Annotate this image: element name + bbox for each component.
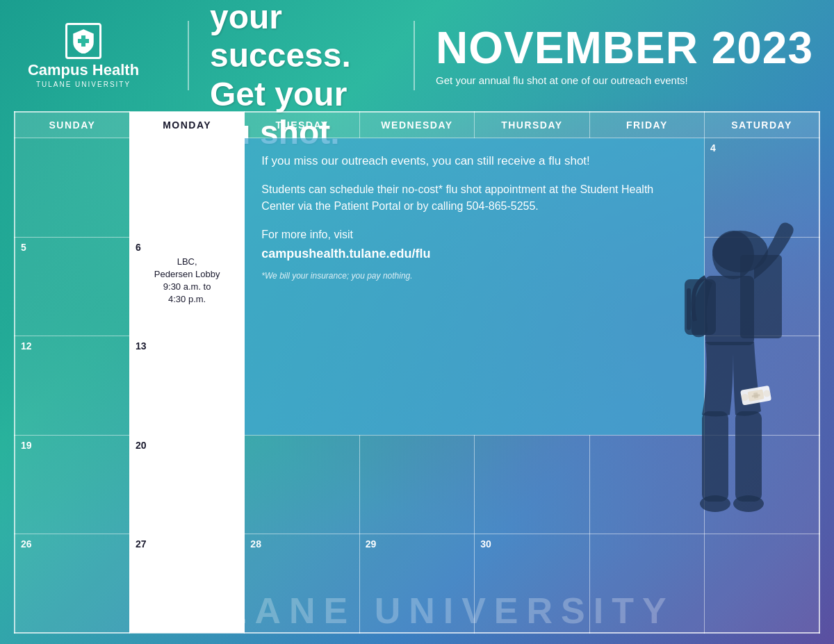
day-12: 12 <box>15 336 129 436</box>
col-monday: MONDAY <box>129 112 244 138</box>
day-13: 13 <box>129 336 244 436</box>
svg-point-8 <box>700 495 730 512</box>
day-21 <box>245 435 359 534</box>
col-wednesday: WEDNESDAY <box>359 112 474 138</box>
day-28: 28 <box>245 534 359 634</box>
day-22 <box>359 435 474 534</box>
col-friday: FRIDAY <box>589 112 704 138</box>
event-location: LBC,Pedersen Lobby9:30 a.m. to4:30 p.m. <box>136 256 238 306</box>
info-line1: If you miss our outreach events, you can… <box>261 152 687 170</box>
svg-rect-1 <box>78 39 89 43</box>
day-27: 27 <box>129 534 244 634</box>
col-sunday: SUNDAY <box>15 112 129 138</box>
svg-rect-6 <box>702 411 728 502</box>
svg-rect-7 <box>735 411 762 502</box>
col-thursday: THURSDAY <box>475 112 589 138</box>
day-empty-1 <box>15 138 129 238</box>
day-19: 19 <box>15 435 129 534</box>
info-disclaimer: *We bill your insurance; you pay nothing… <box>261 271 412 281</box>
logo-name: Campus Health <box>28 62 139 79</box>
svg-rect-11 <box>687 288 691 330</box>
header-month: NOVEMBER 2023 Get your annual flu shot a… <box>436 26 813 86</box>
day-29: 29 <box>359 534 474 634</box>
figure-silhouette <box>632 213 813 644</box>
day-30: 30 <box>475 534 589 634</box>
logo-area: Campus Health TULANE UNIVERSITY <box>14 23 167 88</box>
info-line2: Students can schedule their no-cost* flu… <box>261 181 687 216</box>
header-left-divider <box>188 21 189 90</box>
university-name: TULANE UNIVERSITY <box>36 81 131 88</box>
header: Campus Health TULANE UNIVERSITY Protect … <box>0 0 834 111</box>
day-20: 20 <box>129 435 244 534</box>
svg-point-9 <box>733 495 764 512</box>
col-saturday: SATURDAY <box>705 112 819 138</box>
info-url: campushealth.tulane.edu/flu <box>261 247 687 261</box>
day-23 <box>475 435 589 534</box>
day-26: 26 <box>15 534 129 634</box>
calendar-header-row: SUNDAY MONDAY TUESDAY WEDNESDAY THURSDAY… <box>15 112 819 138</box>
info-visit-label: For more info, visit <box>261 226 687 244</box>
header-right-divider <box>414 21 415 90</box>
month-title: NOVEMBER 2023 <box>436 26 813 70</box>
month-subtitle: Get your annual flu shot at one of our o… <box>436 74 813 86</box>
day-5: 5 <box>15 237 129 336</box>
tulane-shield-icon <box>65 23 101 59</box>
day-empty-monday-1 <box>129 138 244 238</box>
col-tuesday: TUESDAY <box>245 112 359 138</box>
day-6: 6 LBC,Pedersen Lobby9:30 a.m. to4:30 p.m… <box>129 237 244 336</box>
info-content: If you miss our outreach events, you can… <box>261 152 687 281</box>
person-silhouette-svg <box>632 213 813 644</box>
